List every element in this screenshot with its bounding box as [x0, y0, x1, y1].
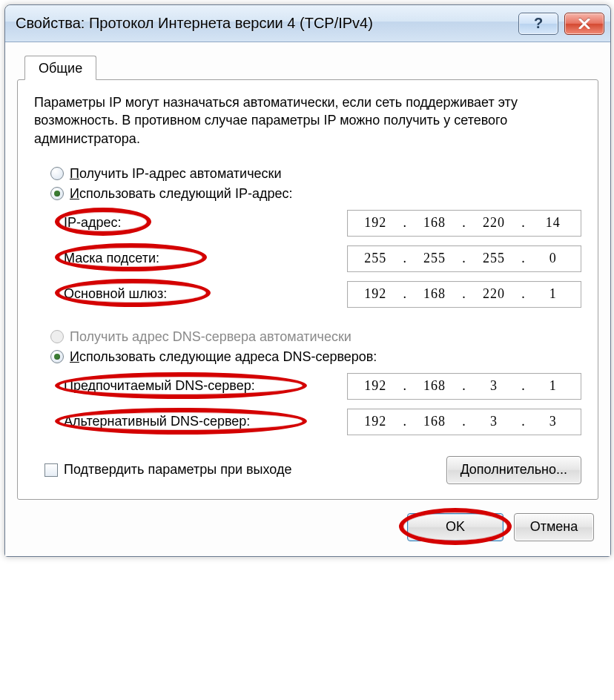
radio-icon: [50, 350, 64, 363]
tab-panel-general: Параметры IP могут назначаться автоматич…: [17, 79, 598, 500]
tab-general[interactable]: Общие: [24, 56, 96, 80]
default-gateway-label: Основной шлюз:: [64, 286, 340, 302]
subnet-mask-input[interactable]: 255.255.255.0: [347, 245, 581, 272]
alternate-dns-label: Альтернативный DNS-сервер:: [64, 414, 340, 429]
advanced-button[interactable]: Дополнительно...: [446, 456, 581, 484]
radio-dns-auto: Получить адрес DNS-сервера автоматически: [34, 327, 581, 347]
preferred-dns-input[interactable]: 192.168.3.1: [347, 373, 581, 400]
titlebar[interactable]: Свойства: Протокол Интернета версии 4 (T…: [5, 5, 610, 42]
radio-icon: [50, 187, 64, 200]
close-button[interactable]: [564, 13, 604, 35]
radio-label: Использовать следующие адреса DNS-сервер…: [70, 349, 377, 365]
description-text: Параметры IP могут назначаться автоматич…: [34, 93, 581, 148]
cancel-button[interactable]: Отмена: [514, 513, 594, 541]
confirm-on-exit-checkbox[interactable]: [44, 463, 58, 477]
subnet-mask-label: Маска подсети:: [64, 251, 340, 266]
preferred-dns-label: Предпочитаемый DNS-сервер:: [64, 378, 340, 394]
radio-icon: [50, 167, 64, 180]
radio-label: Получить IP-адрес автоматически: [70, 166, 282, 182]
ip-address-input[interactable]: 192.168.220.14: [347, 210, 581, 237]
ok-button[interactable]: OK: [407, 513, 504, 541]
default-gateway-input[interactable]: 192.168.220.1: [347, 281, 581, 308]
radio-icon: [50, 330, 64, 343]
properties-dialog: Свойства: Протокол Интернета версии 4 (T…: [4, 4, 611, 557]
radio-label: Получить адрес DNS-сервера автоматически: [70, 329, 351, 345]
close-icon: [578, 19, 590, 29]
help-button[interactable]: ?: [518, 13, 558, 35]
alternate-dns-input[interactable]: 192.168.3.3: [347, 409, 581, 435]
radio-ip-manual[interactable]: Использовать следующий IP-адрес:: [34, 184, 581, 204]
radio-dns-manual[interactable]: Использовать следующие адреса DNS-сервер…: [34, 347, 581, 367]
ip-address-label: IP-адрес:: [64, 215, 340, 231]
radio-ip-auto[interactable]: Получить IP-адрес автоматически: [34, 164, 581, 184]
radio-label: Использовать следующий IP-адрес:: [70, 186, 292, 202]
window-title: Свойства: Протокол Интернета версии 4 (T…: [16, 15, 512, 32]
confirm-on-exit-label: Подтвердить параметры при выходе: [64, 462, 440, 478]
